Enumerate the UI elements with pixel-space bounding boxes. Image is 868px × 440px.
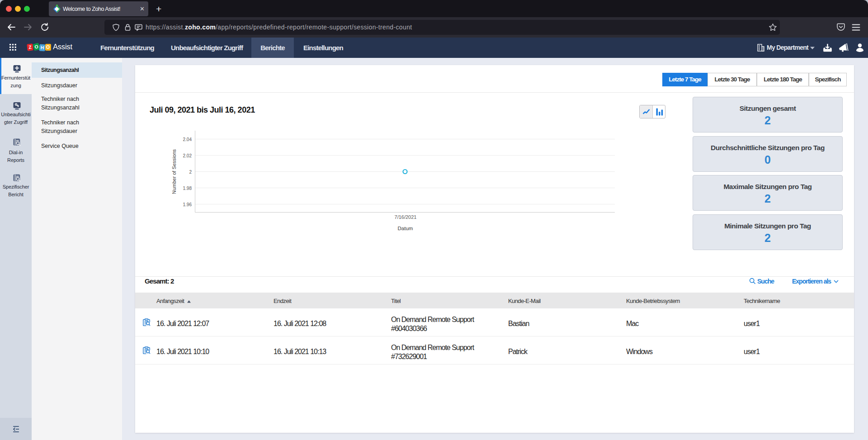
svg-text:1.98: 1.98 [183, 186, 192, 191]
svg-text:2.04: 2.04 [183, 137, 192, 142]
svg-text:1.96: 1.96 [183, 202, 192, 207]
svg-text:2: 2 [189, 170, 192, 175]
svg-text:7/16/2021: 7/16/2021 [395, 214, 417, 220]
svg-text:Datum: Datum [398, 226, 413, 231]
svg-text:Number of Sessions: Number of Sessions [171, 149, 177, 194]
svg-text:2.02: 2.02 [183, 153, 192, 158]
